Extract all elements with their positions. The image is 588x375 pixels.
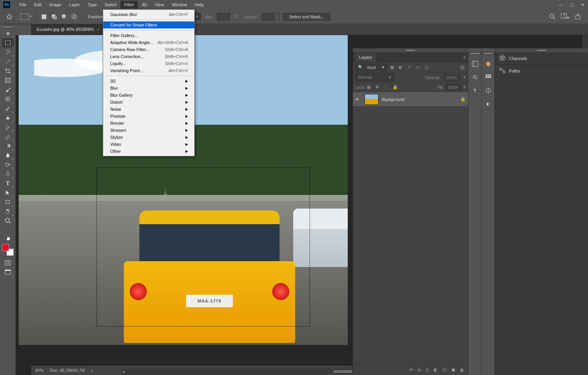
menu-item-sharpen[interactable]: Sharpen▶ bbox=[103, 127, 194, 134]
lasso-tool[interactable] bbox=[2, 48, 14, 57]
foreground-color-swatch[interactable] bbox=[2, 244, 9, 251]
paths-panel-tab[interactable]: Paths bbox=[495, 65, 588, 77]
menu-item-other[interactable]: Other▶ bbox=[103, 148, 194, 155]
screenmode-icon[interactable] bbox=[2, 267, 14, 277]
dodge-tool[interactable] bbox=[2, 160, 14, 169]
history-brush-tool[interactable] bbox=[2, 122, 14, 132]
zoom-display[interactable]: 40% bbox=[35, 368, 44, 373]
menu-select[interactable]: Select bbox=[101, 1, 121, 9]
filter-smart-icon[interactable]: ◫ bbox=[423, 64, 430, 71]
healing-brush-tool[interactable] bbox=[2, 94, 14, 104]
path-selection-tool[interactable] bbox=[2, 188, 14, 197]
zoom-tool[interactable] bbox=[2, 216, 14, 225]
menu-item-noise[interactable]: Noise▶ bbox=[103, 106, 194, 113]
menu-item-camera-raw-filter[interactable]: Camera Raw Filter...Shift+Ctrl+A bbox=[103, 46, 194, 53]
document-tab[interactable]: Ecuador.jpg @ 40% (RGB/8#)× bbox=[31, 24, 105, 35]
group-icon[interactable]: 🗀 bbox=[442, 368, 447, 372]
panel-menu-icon[interactable]: ≡ bbox=[463, 55, 466, 60]
menu-item-render[interactable]: Render▶ bbox=[103, 120, 194, 127]
search-icon[interactable] bbox=[549, 13, 555, 20]
filter-adjust-icon[interactable]: ◐ bbox=[397, 64, 404, 71]
brush-tool[interactable] bbox=[2, 104, 14, 113]
menu-item-vanishing-point[interactable]: Vanishing Point...Alt+Ctrl+V bbox=[103, 67, 194, 74]
menu-layer[interactable]: Layer bbox=[65, 1, 84, 9]
menu-item-pixelate[interactable]: Pixelate▶ bbox=[103, 113, 194, 120]
maximize-button[interactable]: ▢ bbox=[566, 0, 577, 9]
doc-size-display[interactable]: Doc: 45,7M/45,7M bbox=[50, 368, 85, 373]
menu-view[interactable]: View bbox=[151, 1, 168, 9]
paragraph-panel-icon[interactable]: ¶ bbox=[470, 86, 480, 95]
default-colors-icon[interactable] bbox=[2, 235, 14, 242]
visibility-icon[interactable]: 👁 bbox=[355, 97, 361, 102]
marquee-tool-icon[interactable] bbox=[20, 14, 29, 20]
marquee-tool[interactable] bbox=[2, 38, 14, 48]
menu-edit[interactable]: Edit bbox=[30, 1, 46, 9]
magic-wand-tool[interactable] bbox=[2, 57, 14, 66]
menu-item-convert-for-smart-filters[interactable]: Convert for Smart Filters bbox=[103, 21, 194, 28]
minimize-button[interactable]: — bbox=[555, 0, 566, 9]
close-button[interactable]: ✕ bbox=[577, 0, 588, 9]
character-panel-icon[interactable]: A| bbox=[470, 73, 480, 82]
lock-all-icon[interactable]: 🔒 bbox=[393, 85, 400, 90]
blend-mode-dropdown[interactable]: Normal▾ bbox=[355, 74, 394, 81]
menu-item-blur[interactable]: Blur▶ bbox=[103, 85, 194, 92]
menu-item-video[interactable]: Video▶ bbox=[103, 141, 194, 148]
layer-row[interactable]: 👁 Background 🔒 bbox=[353, 92, 468, 107]
eraser-tool[interactable] bbox=[2, 132, 14, 141]
quickmask-icon[interactable] bbox=[2, 258, 14, 267]
workspace-icon[interactable]: ▾ bbox=[561, 13, 569, 20]
menu-file[interactable]: File bbox=[16, 1, 30, 9]
properties-panel-icon[interactable] bbox=[470, 59, 480, 69]
filter-kind-dropdown[interactable]: 🔍 Kind ▾ bbox=[355, 64, 387, 71]
layers-tab[interactable]: Layers bbox=[355, 53, 376, 62]
rectangle-tool[interactable] bbox=[2, 197, 14, 207]
swatches-panel-icon[interactable] bbox=[484, 73, 493, 82]
filter-type-icon[interactable]: T bbox=[406, 64, 413, 71]
share-icon[interactable] bbox=[575, 13, 581, 20]
layer-name[interactable]: Background bbox=[382, 97, 457, 102]
menu-image[interactable]: Image bbox=[46, 1, 65, 9]
filter-shape-icon[interactable]: ▱ bbox=[414, 64, 421, 71]
channels-panel-tab[interactable]: Channels bbox=[495, 52, 588, 65]
menu-item-gaussian-blur[interactable]: Gaussian BlurAlt+Ctrl+F bbox=[103, 11, 194, 18]
menu-help[interactable]: Help bbox=[191, 1, 208, 9]
menu-item-lens-correction[interactable]: Lens Correction...Shift+Ctrl+R bbox=[103, 53, 194, 60]
selection-subtract-icon[interactable] bbox=[60, 13, 68, 21]
selection-new-icon[interactable] bbox=[40, 13, 48, 21]
menu-3d[interactable]: 3D bbox=[138, 1, 151, 9]
edit-toolbar[interactable]: ⋯ bbox=[2, 225, 14, 235]
color-panel-icon[interactable]: 🎨 bbox=[484, 59, 493, 69]
tab-close-icon[interactable]: × bbox=[97, 27, 99, 32]
adjustments-panel-icon[interactable] bbox=[484, 86, 493, 95]
lock-position-icon[interactable]: ✥ bbox=[375, 85, 382, 90]
lock-artboard-icon[interactable]: ⬚ bbox=[384, 85, 391, 90]
menu-item-liquify[interactable]: Liquify...Shift+Ctrl+X bbox=[103, 60, 194, 67]
type-tool[interactable]: T bbox=[2, 179, 14, 188]
adjustment-layer-icon[interactable]: ◐ bbox=[434, 367, 438, 372]
fill-input[interactable]: 100% bbox=[445, 84, 462, 90]
menu-item-stylize[interactable]: Stylize▶ bbox=[103, 134, 194, 141]
menu-window[interactable]: Window bbox=[168, 1, 191, 9]
menu-item-filter-gallery[interactable]: Filter Gallery... bbox=[103, 32, 194, 39]
link-layers-icon[interactable]: ⚯ bbox=[409, 367, 413, 372]
pen-tool[interactable] bbox=[2, 169, 14, 179]
menu-item-adaptive-wide-angle[interactable]: Adaptive Wide Angle...Alt+Shift+Ctrl+A bbox=[103, 39, 194, 46]
selection-add-icon[interactable] bbox=[50, 13, 58, 21]
clone-stamp-tool[interactable] bbox=[2, 113, 14, 122]
filter-pixel-icon[interactable]: ▦ bbox=[389, 64, 396, 71]
color-swatches[interactable] bbox=[2, 244, 14, 256]
selection-intersect-icon[interactable] bbox=[70, 13, 78, 21]
layer-fx-icon[interactable]: fx bbox=[417, 368, 421, 372]
layer-thumbnail[interactable] bbox=[364, 94, 379, 105]
selection-marquee[interactable] bbox=[97, 168, 310, 327]
hand-tool[interactable] bbox=[2, 207, 14, 216]
home-button[interactable] bbox=[4, 11, 15, 22]
layer-mask-icon[interactable]: ◻ bbox=[426, 367, 429, 372]
filter-toggle-icon[interactable]: ⏻ bbox=[459, 64, 466, 71]
gradient-tool[interactable] bbox=[2, 141, 14, 150]
blur-tool[interactable] bbox=[2, 150, 14, 160]
frame-tool[interactable] bbox=[2, 76, 14, 85]
eyedropper-tool[interactable] bbox=[2, 85, 14, 94]
new-layer-icon[interactable]: ▣ bbox=[451, 367, 455, 372]
styles-panel-icon[interactable]: ◐ bbox=[484, 99, 493, 108]
